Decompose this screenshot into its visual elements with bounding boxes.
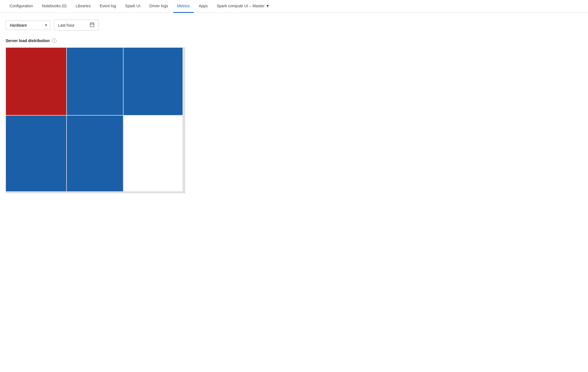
nav-item-metrics[interactable]: Metrics [173, 0, 194, 13]
treemap-cell-2 [124, 48, 183, 115]
hardware-select[interactable]: Hardware Spark [6, 20, 51, 30]
treemap-cell-5 [124, 116, 183, 191]
treemap-cell-3 [6, 116, 66, 191]
svg-rect-0 [90, 23, 94, 27]
treemap-cell-1 [67, 48, 123, 115]
time-range-picker[interactable]: Last hour [54, 20, 99, 31]
treemap-cell-0 [6, 48, 66, 115]
nav-item-event-log[interactable]: Event log [96, 0, 120, 13]
hardware-select-wrapper: Hardware Spark ▼ [6, 20, 51, 30]
controls-row: Hardware Spark ▼ Last hour [6, 20, 582, 31]
treemap-cell-4 [67, 116, 123, 191]
main-content: Hardware Spark ▼ Last hour Server load d… [0, 13, 588, 200]
nav-item-configuration[interactable]: Configuration [6, 0, 37, 13]
calendar-icon [90, 22, 95, 28]
nav-item-libraries[interactable]: Libraries [72, 0, 95, 13]
nav-item-driver-logs[interactable]: Driver logs [145, 0, 172, 13]
section-title-row: Server load distribution i [6, 38, 582, 43]
nav-bar: Configuration Notebooks (0) Libraries Ev… [0, 0, 588, 13]
treemap-chart [6, 47, 185, 193]
nav-item-notebooks[interactable]: Notebooks (0) [38, 0, 70, 13]
time-range-label: Last hour [58, 23, 87, 27]
nav-item-apps[interactable]: Apps [195, 0, 212, 13]
nav-item-spark-compute-ui[interactable]: Spark compute UI – Master ▼ [213, 0, 274, 13]
section-title: Server load distribution [6, 38, 50, 43]
nav-item-spark-ui[interactable]: Spark UI [121, 0, 144, 13]
dropdown-arrow-icon: ▼ [266, 4, 270, 8]
info-icon[interactable]: i [52, 38, 56, 43]
